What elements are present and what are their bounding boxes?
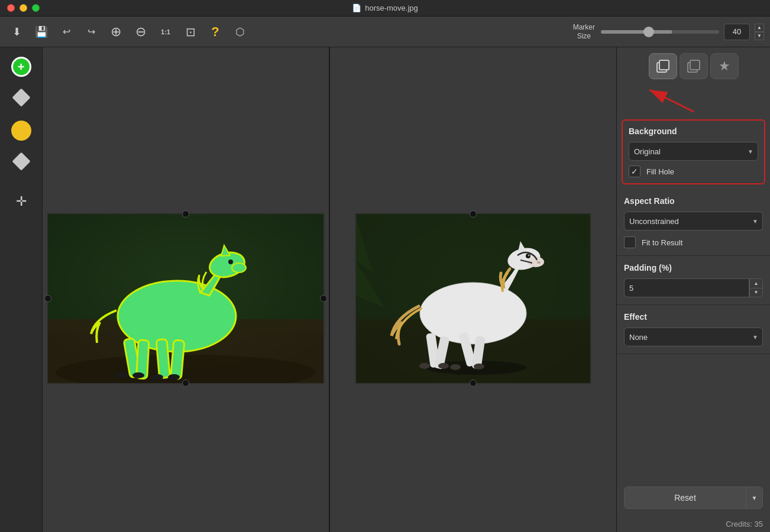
background-label: Background xyxy=(629,126,758,136)
reset-button[interactable]: Reset xyxy=(625,487,746,508)
toolbar: ⬇ 💾 ↩ ↪ ⊕ ⊖ 1:1 ⊡ ? ⬡ MarkerSize 40 ▲ ▼ xyxy=(0,17,770,47)
erase-foreground-icon xyxy=(12,88,30,106)
tab-bar: ★ xyxy=(617,47,770,79)
effect-select-wrapper: None Blur Sharpen xyxy=(624,327,763,346)
credits-label: Credits: 35 xyxy=(726,520,763,528)
padding-label: Padding (%) xyxy=(624,263,763,273)
tab-star[interactable]: ★ xyxy=(710,53,739,79)
padding-input-row: ▲ ▼ xyxy=(624,278,763,297)
marker-size-group: 40 ▲ ▼ xyxy=(601,24,764,40)
save-button[interactable]: 💾 xyxy=(31,21,52,43)
minimize-button[interactable] xyxy=(20,4,27,12)
sidebar-tool-foreground[interactable] xyxy=(8,117,35,144)
undo-button[interactable]: ↩ xyxy=(56,21,77,43)
padding-section: Padding (%) ▲ ▼ xyxy=(617,256,770,305)
close-button[interactable] xyxy=(7,4,15,12)
background-select-wrapper: Original White Black Transparent xyxy=(629,142,758,161)
fill-hole-label: Fill Hole xyxy=(646,167,674,176)
maximize-button[interactable] xyxy=(32,4,40,12)
sidebar-tool-erase-bg[interactable] xyxy=(8,148,35,175)
svg-point-16 xyxy=(132,372,144,378)
window-controls xyxy=(7,4,40,12)
help-button[interactable]: ? xyxy=(205,21,226,43)
canvas-area[interactable] xyxy=(43,47,616,532)
svg-rect-9 xyxy=(156,339,170,378)
red-arrow-svg xyxy=(617,79,770,118)
window-title: 📄 horse-move.jpg xyxy=(352,4,418,12)
reset-section: Reset ▼ xyxy=(617,475,770,516)
background-select-row: Original White Black Transparent xyxy=(629,142,758,161)
fit-to-result-checkbox[interactable] xyxy=(624,236,636,248)
svg-point-21 xyxy=(420,283,526,344)
padding-input[interactable] xyxy=(624,278,749,297)
download-button[interactable]: ⬇ xyxy=(6,21,27,43)
copy-layer-icon xyxy=(655,58,671,74)
aspect-ratio-select-row: Unconstrained 1:1 4:3 16:9 xyxy=(624,212,763,231)
zoom-in-button[interactable]: ⊕ xyxy=(105,21,127,43)
svg-point-8 xyxy=(228,259,233,264)
effect-label: Effect xyxy=(624,312,763,322)
fit-to-result-label: Fit to Result xyxy=(642,238,682,247)
sidebar-tool-move[interactable]: ✛ xyxy=(8,188,35,215)
marker-size-down[interactable]: ▼ xyxy=(755,32,764,40)
svg-point-33 xyxy=(474,364,484,369)
svg-rect-10 xyxy=(170,340,185,379)
erase-background-icon xyxy=(12,152,30,170)
arrow-annotation xyxy=(617,79,770,115)
credits-bar: Credits: 35 xyxy=(617,516,770,532)
svg-point-27 xyxy=(528,255,530,257)
marker-size-up[interactable]: ▲ xyxy=(755,24,764,32)
add-green-marker-button[interactable]: + xyxy=(11,57,31,77)
file-icon: 📄 xyxy=(352,4,361,12)
padding-up[interactable]: ▲ xyxy=(749,279,762,288)
svg-point-32 xyxy=(450,364,461,370)
svg-point-14 xyxy=(168,374,180,380)
image-panels xyxy=(43,47,616,532)
svg-rect-37 xyxy=(659,60,669,70)
fill-hole-checkbox[interactable]: ✓ xyxy=(629,166,640,177)
right-image-panel[interactable] xyxy=(330,47,616,532)
tab-paste-layer[interactable] xyxy=(680,53,708,79)
tab-copy-layer[interactable] xyxy=(649,53,677,79)
fill-hole-row: ✓ Fill Hole xyxy=(629,166,758,177)
effect-section: Effect None Blur Sharpen xyxy=(617,305,770,354)
marker-size-spinner[interactable]: ▲ ▼ xyxy=(755,24,764,40)
foreground-marker-button[interactable] xyxy=(11,121,31,141)
reset-button-arrow[interactable]: ▼ xyxy=(746,487,762,508)
svg-point-7 xyxy=(232,263,246,273)
svg-point-34 xyxy=(419,363,430,369)
fit-to-result-row: Fit to Result xyxy=(624,236,763,248)
svg-point-35 xyxy=(438,363,449,369)
zoom-out-button[interactable]: ⊖ xyxy=(130,21,151,43)
left-sidebar: + ✛ xyxy=(0,47,43,532)
effect-select[interactable]: None Blur Sharpen xyxy=(624,327,763,346)
move-tool-icon: ✛ xyxy=(16,194,27,209)
svg-rect-39 xyxy=(690,60,700,70)
background-select[interactable]: Original White Black Transparent xyxy=(629,142,758,161)
network-button[interactable]: ⬡ xyxy=(229,21,251,43)
marker-size-label: MarkerSize xyxy=(573,23,595,40)
titlebar: 📄 horse-move.jpg xyxy=(0,0,770,17)
left-image-panel[interactable] xyxy=(43,47,329,532)
left-horse-scene xyxy=(47,213,325,384)
aspect-ratio-select-wrapper: Unconstrained 1:1 4:3 16:9 xyxy=(624,212,763,231)
effect-select-row: None Blur Sharpen xyxy=(624,327,763,346)
zoom-fit-button[interactable]: ⊡ xyxy=(180,21,201,43)
zoom-1-1-button[interactable]: 1:1 xyxy=(155,21,176,43)
svg-point-13 xyxy=(151,374,163,380)
marker-size-slider[interactable] xyxy=(601,30,719,34)
aspect-ratio-label: Aspect Ratio xyxy=(624,196,763,206)
padding-down[interactable]: ▼ xyxy=(749,288,762,297)
marker-size-value: 40 xyxy=(724,24,750,40)
redo-button[interactable]: ↪ xyxy=(80,21,102,43)
background-section: Background Original White Black Transpar… xyxy=(622,119,765,184)
svg-point-25 xyxy=(537,261,541,264)
right-panel: ★ Background Original xyxy=(616,47,770,532)
sidebar-tool-erase-fg[interactable] xyxy=(8,84,35,111)
paste-layer-icon xyxy=(685,58,702,74)
aspect-ratio-section: Aspect Ratio Unconstrained 1:1 4:3 16:9 … xyxy=(617,189,770,256)
right-horse-scene xyxy=(355,213,591,384)
padding-spinner[interactable]: ▲ ▼ xyxy=(749,278,763,297)
sidebar-tool-add-green[interactable]: + xyxy=(8,53,35,80)
aspect-ratio-select[interactable]: Unconstrained 1:1 4:3 16:9 xyxy=(624,212,763,231)
